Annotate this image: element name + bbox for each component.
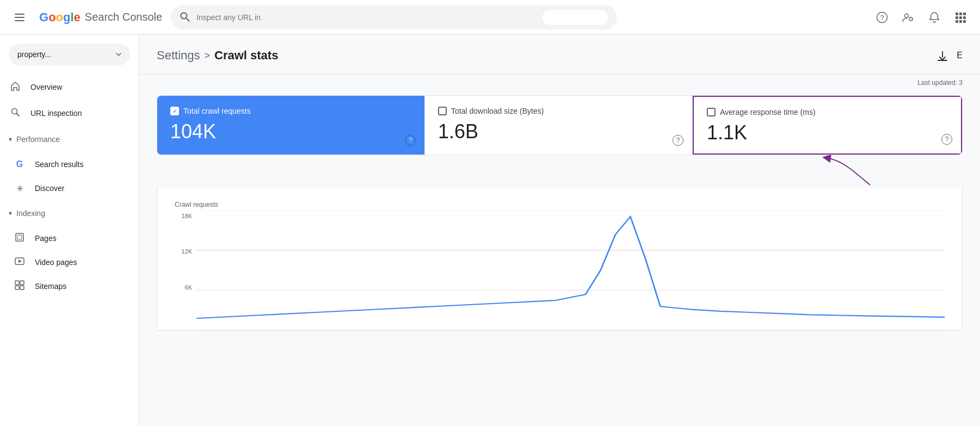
svg-rect-2 xyxy=(15,20,24,21)
y-label-18k: 18K xyxy=(175,213,196,219)
svg-rect-16 xyxy=(956,20,958,23)
sidebar-item-video-pages-label: Video pages xyxy=(35,258,77,267)
sidebar-item-search-results[interactable]: G Search results xyxy=(0,152,130,176)
breadcrumb-actions: E xyxy=(933,46,963,65)
svg-rect-0 xyxy=(15,14,24,15)
last-updated-bar: Last updated: 3 xyxy=(139,75,980,91)
stat-help-download[interactable]: ? xyxy=(673,135,683,146)
svg-rect-15 xyxy=(963,16,966,19)
property-selector-text: property... xyxy=(17,50,51,59)
chevron-down-icon xyxy=(116,53,121,56)
sidebar-item-sitemaps[interactable]: Sitemaps xyxy=(0,274,130,298)
svg-rect-1 xyxy=(15,17,24,18)
svg-rect-22 xyxy=(17,235,22,239)
svg-rect-10 xyxy=(956,13,958,15)
breadcrumb: Settings > Crawl stats xyxy=(157,48,278,63)
stat-card-response-time[interactable]: Average response time (ms) 1.1K ? xyxy=(693,96,962,155)
pages-icon xyxy=(13,232,26,245)
stat-card-download-label: Total download size (Bytes) xyxy=(451,107,544,115)
main-content: Settings > Crawl stats E Last updated: 3 xyxy=(139,35,980,425)
stat-card-response-value: 1.1K xyxy=(707,123,948,143)
sidebar-section-indexing-label: Indexing xyxy=(16,209,45,218)
sidebar-section-indexing[interactable]: ▾ Indexing xyxy=(0,200,139,226)
sidebar-item-video-pages[interactable]: Video pages xyxy=(0,250,130,274)
download-button[interactable] xyxy=(933,46,952,65)
chart-line xyxy=(196,217,945,318)
search-icon xyxy=(180,12,191,23)
sidebar-item-discover[interactable]: ✳ Discover xyxy=(0,176,130,200)
stats-row: Total crawl requests 104K ? Total downlo… xyxy=(157,95,963,155)
sidebar-item-url-inspection[interactable]: URL inspection xyxy=(0,100,130,126)
svg-rect-21 xyxy=(16,233,23,241)
notifications-button[interactable] xyxy=(923,7,945,28)
help-button[interactable]: ? xyxy=(871,7,893,28)
sidebar-item-pages[interactable]: Pages xyxy=(0,226,130,250)
search-overlay xyxy=(543,10,608,25)
y-label-12k: 12K xyxy=(175,248,196,255)
annotation-area xyxy=(157,155,963,188)
topbar: Google Search Console ? xyxy=(0,0,980,35)
sidebar-item-discover-label: Discover xyxy=(35,184,64,193)
home-icon xyxy=(9,81,22,94)
svg-rect-14 xyxy=(959,16,962,19)
stat-card-download-value: 1.6B xyxy=(438,122,679,141)
breadcrumb-parent[interactable]: Settings xyxy=(157,48,200,63)
grid-menu-button[interactable] xyxy=(950,7,971,28)
y-axis: 18K 12K 6K xyxy=(175,211,196,330)
chart-wrapper: 18K 12K 6K xyxy=(175,211,945,330)
app-logo: Google Search Console xyxy=(39,10,162,24)
stat-card-crawl-value: 104K xyxy=(170,122,411,141)
y-label-6k: 6K xyxy=(175,284,196,291)
svg-rect-27 xyxy=(15,286,19,290)
svg-rect-25 xyxy=(15,281,19,285)
sitemaps-icon xyxy=(13,280,26,293)
stat-card-crawl-label: Total crawl requests xyxy=(183,107,251,115)
stat-card-crawl-requests-header: Total crawl requests xyxy=(170,107,411,115)
discover-icon: ✳ xyxy=(13,183,26,194)
stat-help-crawl[interactable]: ? xyxy=(405,135,416,146)
stat-checkbox-download xyxy=(438,107,447,115)
export-label[interactable]: E xyxy=(957,51,963,60)
chart-title: Crawl requests xyxy=(175,201,945,208)
main-layout: property... Overview URL inspection xyxy=(0,35,980,425)
chart-svg xyxy=(196,211,945,330)
stat-card-response-header: Average response time (ms) xyxy=(707,108,948,116)
manage-users-button[interactable] xyxy=(897,7,919,28)
topbar-actions: ? xyxy=(871,7,971,28)
chevron-icon: ▾ xyxy=(9,135,12,143)
breadcrumb-separator: > xyxy=(205,50,211,61)
property-selector[interactable]: property... xyxy=(9,44,130,65)
svg-rect-12 xyxy=(963,13,966,15)
sidebar-item-overview[interactable]: Overview xyxy=(0,74,130,100)
stat-card-download-size[interactable]: Total download size (Bytes) 1.6B ? xyxy=(425,96,693,155)
last-updated-text: Last updated: 3 xyxy=(917,79,963,87)
svg-rect-13 xyxy=(956,16,958,19)
breadcrumb-current: Crawl stats xyxy=(214,48,278,63)
google-logo: Google xyxy=(39,10,81,24)
sidebar-item-search-results-label: Search results xyxy=(35,160,83,169)
stat-card-crawl-requests[interactable]: Total crawl requests 104K ? xyxy=(157,96,425,155)
svg-rect-18 xyxy=(963,20,966,23)
svg-rect-11 xyxy=(959,13,962,15)
sidebar-item-overview-label: Overview xyxy=(30,83,62,91)
search-input[interactable] xyxy=(196,13,537,22)
menu-button[interactable] xyxy=(9,7,30,28)
sidebar-item-url-inspection-label: URL inspection xyxy=(30,109,82,118)
stat-card-download-header: Total download size (Bytes) xyxy=(438,107,679,115)
svg-rect-26 xyxy=(20,281,24,285)
sidebar-item-sitemaps-label: Sitemaps xyxy=(35,282,66,291)
chart-area: Crawl requests 18K 12K 6K xyxy=(157,188,963,331)
sidebar: property... Overview URL inspection xyxy=(0,35,139,425)
stat-help-response[interactable]: ? xyxy=(941,134,952,145)
sidebar-section-performance[interactable]: ▾ Performance xyxy=(0,126,139,152)
magnify-icon xyxy=(9,107,22,120)
stat-checkbox-crawl xyxy=(170,107,179,115)
google-g-icon: G xyxy=(13,159,26,169)
svg-line-20 xyxy=(17,113,20,116)
search-bar[interactable] xyxy=(171,5,617,29)
chevron-icon-2: ▾ xyxy=(9,210,12,217)
svg-marker-24 xyxy=(19,260,22,263)
stat-checkbox-response xyxy=(707,108,716,116)
breadcrumb-bar: Settings > Crawl stats E xyxy=(139,35,980,75)
chart-svg-container xyxy=(196,211,945,330)
